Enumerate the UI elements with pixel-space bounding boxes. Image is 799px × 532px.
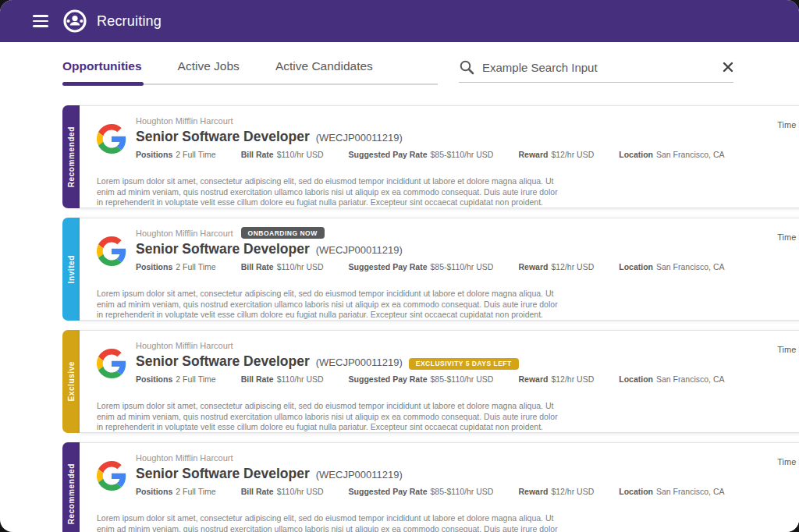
job-field: Reward$12/hr USD: [518, 150, 594, 159]
field-value: $110/hr USD: [277, 487, 324, 496]
status-ribbon-label: Invited: [67, 255, 76, 283]
field-label: Suggested Pay Rate: [349, 150, 428, 159]
field-label: Location: [619, 487, 653, 496]
tab-opportunities[interactable]: Opportunities: [62, 59, 142, 83]
fields-row: Positions2 Full TimeBill Rate$110/hr USD…: [136, 262, 750, 271]
app-title: Recruiting: [97, 13, 162, 30]
job-field: Bill Rate$110/hr USD: [241, 374, 324, 384]
search-bar: [459, 59, 733, 83]
opportunity-card-body[interactable]: Houghton Mifflin Harcourt Senior Softwar…: [80, 442, 799, 532]
job-field: Positions2 Full Time: [136, 262, 216, 271]
google-logo-icon: [97, 124, 126, 154]
app-header: Recruiting: [0, 0, 799, 42]
field-value: $85-$110/hr USD: [431, 150, 494, 159]
opportunity-card-body[interactable]: Houghton Mifflin Harcourt ONBOARDING NOW…: [80, 218, 799, 321]
field-value: $85-$110/hr USD: [431, 374, 494, 384]
app-window: Recruiting Opportunities Active Jobs Act…: [0, 0, 799, 532]
time-left-label: Time Left to Save: [777, 232, 799, 242]
company-name: Houghton Mifflin Harcourt: [136, 116, 233, 126]
field-label: Location: [619, 150, 653, 159]
job-field: LocationSan Francisco, CA: [619, 374, 724, 384]
google-logo-icon: [97, 349, 126, 378]
field-label: Bill Rate: [241, 487, 274, 496]
field-label: Reward: [518, 487, 548, 496]
opportunity-list: Recommended Houghton Mifflin Harcourt Se…: [62, 105, 733, 532]
job-field: Positions2 Full Time: [136, 487, 216, 496]
job-field: Bill Rate$110/hr USD: [241, 262, 324, 271]
fields-row: Positions2 Full TimeBill Rate$110/hr USD…: [136, 487, 750, 496]
field-value: 2 Full Time: [176, 374, 215, 384]
job-field: LocationSan Francisco, CA: [619, 262, 724, 271]
field-label: Suggested Pay Rate: [349, 374, 428, 384]
status-ribbon: Recommended: [62, 442, 80, 532]
field-value: $85-$110/hr USD: [431, 262, 494, 271]
field-value: 2 Full Time: [176, 487, 215, 496]
company-name: Houghton Mifflin Harcourt: [136, 341, 233, 350]
fields-row: Positions2 Full TimeBill Rate$110/hr USD…: [136, 374, 750, 384]
job-description: Lorem ipsum dolor sit amet, consectetur …: [97, 176, 565, 208]
job-title: Senior Software Developer: [136, 353, 310, 370]
field-label: Reward: [518, 374, 548, 384]
job-field: Positions2 Full Time: [136, 374, 216, 384]
field-label: Location: [619, 374, 653, 384]
job-field: LocationSan Francisco, CA: [619, 487, 724, 496]
google-logo-icon: [97, 236, 126, 266]
job-description: Lorem ipsum dolor sit amet, consectetur …: [97, 513, 565, 532]
countdown-row: Time Left to Save 42H : 43M : 23S: [777, 455, 799, 468]
field-value: $12/hr USD: [551, 262, 594, 271]
exclusivity-badge: EXCLUSIVITY 5 DAYS LEFT: [409, 358, 519, 370]
field-value: $12/hr USD: [551, 374, 594, 384]
field-value: $85-$110/hr USD: [431, 487, 494, 496]
tab-active-candidates[interactable]: Active Candidates: [275, 59, 373, 83]
job-req-id: (WECJP00011219): [316, 244, 403, 256]
job-field: Reward$12/hr USD: [518, 262, 594, 271]
status-ribbon: Invited: [62, 218, 80, 321]
clear-search-icon[interactable]: [723, 62, 733, 73]
status-ribbon: Recommended: [62, 105, 80, 208]
search-input[interactable]: [482, 61, 715, 74]
opportunity-card-body[interactable]: Houghton Mifflin Harcourt Senior Softwar…: [80, 330, 799, 433]
google-logo-icon: [97, 461, 126, 491]
field-value: $12/hr USD: [551, 150, 594, 159]
company-name: Houghton Mifflin Harcourt: [136, 229, 233, 238]
field-label: Reward: [518, 262, 548, 271]
opportunity-card: Exclusive Houghton Mifflin Harcourt Seni…: [62, 330, 733, 433]
field-value: $110/hr USD: [277, 150, 324, 159]
field-value: San Francisco, CA: [656, 374, 725, 384]
tab-active-jobs[interactable]: Active Jobs: [178, 59, 240, 83]
job-req-id: (WECJP00011219): [316, 469, 403, 481]
job-title: Senior Software Developer: [136, 466, 310, 482]
countdown-row: Time Left to Save 42H : 43M : 23S: [777, 118, 799, 131]
field-label: Positions: [136, 487, 172, 496]
status-ribbon-label: Exclusive: [67, 361, 76, 402]
time-left-label: Time Left to Save: [777, 120, 799, 129]
search-icon: [459, 59, 474, 75]
field-value: $110/hr USD: [277, 374, 324, 384]
field-label: Positions: [136, 262, 172, 271]
opportunity-card: Recommended Houghton Mifflin Harcourt Se…: [62, 442, 733, 532]
company-name: Houghton Mifflin Harcourt: [136, 453, 233, 463]
field-value: 2 Full Time: [176, 150, 215, 159]
hamburger-menu-icon[interactable]: [33, 15, 48, 27]
opportunity-card: Invited Houghton Mifflin Harcourt ONBOAR…: [62, 218, 733, 321]
onboarding-badge: ONBOARDING NOW: [241, 227, 325, 239]
job-description: Lorem ipsum dolor sit amet, consectetur …: [97, 289, 565, 321]
field-value: San Francisco, CA: [656, 487, 725, 496]
field-value: $12/hr USD: [551, 487, 594, 496]
status-ribbon-label: Recommended: [67, 463, 76, 524]
field-label: Suggested Pay Rate: [349, 262, 428, 271]
field-label: Bill Rate: [241, 262, 274, 271]
opportunity-card-body[interactable]: Houghton Mifflin Harcourt Senior Softwar…: [80, 105, 799, 208]
job-description: Lorem ipsum dolor sit amet, consectetur …: [97, 401, 565, 433]
job-field: Bill Rate$110/hr USD: [241, 487, 324, 496]
opportunity-card: Recommended Houghton Mifflin Harcourt Se…: [62, 105, 733, 208]
field-label: Positions: [136, 150, 172, 159]
fields-row: Positions2 Full TimeBill Rate$110/hr USD…: [136, 150, 750, 159]
job-field: Suggested Pay Rate$85-$110/hr USD: [349, 150, 494, 159]
job-field: Suggested Pay Rate$85-$110/hr USD: [349, 374, 494, 384]
job-title: Senior Software Developer: [136, 241, 310, 257]
field-value: 2 Full Time: [176, 262, 215, 271]
job-field: LocationSan Francisco, CA: [619, 150, 724, 159]
job-req-id: (WECJP00011219): [316, 132, 403, 144]
job-field: Reward$12/hr USD: [518, 487, 594, 496]
